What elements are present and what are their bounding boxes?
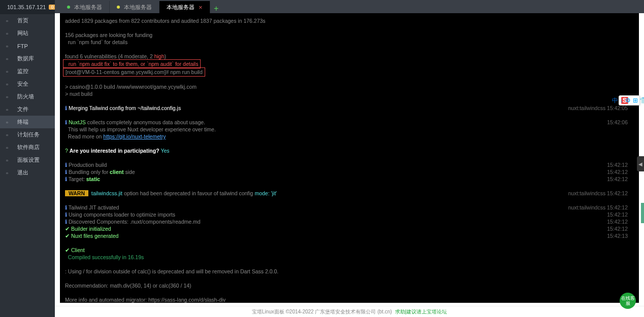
terminal-line: ? Are you interested in participating? Y… <box>65 147 634 154</box>
terminal-line: : Using / for division outside of calc()… <box>65 268 634 275</box>
terminal-line: ℹ Merging Tailwind config from ~/tailwin… <box>65 104 634 112</box>
timestamp: 15:42:12 <box>607 218 628 225</box>
terminal-line <box>65 76 634 83</box>
terminal-line: run `npm fund` for details <box>65 39 634 46</box>
sidebar-item-label: 计划任务 <box>17 131 40 138</box>
monitor-icon: ▫ <box>6 68 12 75</box>
timestamp: nuxt:tailwindcss 15:42:12 <box>568 204 628 211</box>
sidebar-item-shield[interactable]: ▫安全 <box>0 78 55 90</box>
timestamp: 15:42:12 <box>607 161 628 168</box>
sidebar-item-label: 文件 <box>17 105 28 113</box>
sidebar-item-label: 监控 <box>17 67 28 75</box>
globe-icon: ▫ <box>6 30 12 37</box>
terminal-line <box>65 112 634 119</box>
terminal-line: Read more on https://git.io/nuxt-telemet… <box>65 133 634 140</box>
scroll-indicator <box>641 203 644 223</box>
main: 本地服务器本地服务器本地服务器× + ⤢ added 1829 packages… <box>55 0 644 317</box>
ftp-icon: ▫ <box>6 43 12 49</box>
terminal-line: WARN tailwindcss.jit option had been dep… <box>65 190 634 197</box>
timestamp: 15:42:12 <box>607 175 628 183</box>
sidebar-item-terminal[interactable]: ▫终端 <box>0 116 55 128</box>
timestamp: 15:42:12 <box>607 168 628 175</box>
store-icon: ▫ <box>6 145 12 151</box>
terminal-line: found 6 vulnerabilities (4 moderate, 2 h… <box>65 53 634 60</box>
terminal-line <box>65 275 634 282</box>
side-collapse-icon[interactable]: ◀ <box>637 156 644 171</box>
terminal-line <box>65 140 634 147</box>
sidebar-item-label: 面板设置 <box>17 156 40 164</box>
sidebar-item-label: 安全 <box>17 80 28 88</box>
terminal-line: ℹ Using components loader to optimize im… <box>65 211 634 218</box>
terminal-line: Compiled successfully in 16.19s <box>65 254 634 261</box>
sidebar-item-label: 退出 <box>17 169 28 177</box>
sidebar-item-settings[interactable]: ▫面板设置 <box>0 154 55 166</box>
logout-icon: ▫ <box>6 170 12 176</box>
terminal-output[interactable]: added 1829 packages from 822 contributor… <box>60 13 639 303</box>
timestamp: 15:42:12 <box>607 225 628 232</box>
terminal-line <box>65 46 634 53</box>
terminal-line <box>65 261 634 268</box>
tab[interactable]: 本地服务器× <box>159 1 210 13</box>
ime-item-icon[interactable]: 👕 <box>640 97 645 104</box>
database-icon: ▫ <box>6 56 12 62</box>
terminal-line: More info and automated migrator: https:… <box>65 296 634 303</box>
terminal-line <box>65 239 634 246</box>
sidebar-item-label: 网站 <box>17 29 28 37</box>
file-icon: ▫ <box>6 107 12 113</box>
sidebar-item-label: 防火墙 <box>17 93 34 100</box>
terminal-line: 156 packages are looking for funding <box>65 31 634 39</box>
terminal-line: ✔ Client <box>65 246 634 254</box>
close-icon[interactable]: × <box>199 4 203 11</box>
server-header[interactable]: 101.35.167.121 0 <box>0 0 55 14</box>
tab-add-button[interactable]: + <box>210 4 222 13</box>
ime-item-icon[interactable]: ⊞ <box>633 97 638 104</box>
terminal-line: ✔ Nuxt files generated15:42:13 <box>65 232 634 239</box>
firewall-icon: ▫ <box>6 94 12 100</box>
terminal-line: run `npm audit fix` to fix them, or `npm… <box>65 60 634 68</box>
sidebar-item-database[interactable]: ▫数据库 <box>0 52 55 65</box>
timestamp: nuxt:tailwindcss 15:42:05 <box>568 104 628 112</box>
sidebar-item-monitor[interactable]: ▫监控 <box>0 65 55 78</box>
cron-icon: ▫ <box>6 132 12 138</box>
terminal-line <box>65 183 634 190</box>
sidebar-item-ftp[interactable]: ▫FTP <box>0 40 55 52</box>
sidebar: 101.35.167.121 0 ▫首页▫网站▫FTP▫数据库▫监控▫安全▫防火… <box>0 0 55 317</box>
ime-item-icon[interactable]: 中 <box>612 97 618 104</box>
timestamp: 15:42:13 <box>607 232 628 239</box>
terminal-line <box>65 289 634 296</box>
tab-bar: 本地服务器本地服务器本地服务器× + <box>55 0 644 13</box>
tab-status-dot <box>117 6 120 9</box>
terminal-line: ✔ Builder initialized15:42:12 <box>65 225 634 232</box>
sidebar-item-firewall[interactable]: ▫防火墙 <box>0 90 55 103</box>
tab[interactable]: 本地服务器 <box>110 1 159 13</box>
sidebar-item-label: FTP <box>17 43 28 49</box>
terminal-line: ℹ Production build15:42:12 <box>65 161 634 168</box>
sidebar-item-label: 终端 <box>17 118 28 126</box>
terminal-line <box>65 24 634 31</box>
footer-link[interactable]: 求助|建议请上宝塔论坛 <box>395 308 447 315</box>
tab-label: 本地服务器 <box>74 4 102 11</box>
sidebar-item-label: 软件商店 <box>17 144 40 151</box>
sidebar-item-home[interactable]: ▫首页 <box>0 14 55 27</box>
terminal-line <box>65 97 634 104</box>
sidebar-item-cron[interactable]: ▫计划任务 <box>0 128 55 141</box>
timestamp: 15:42:12 <box>607 211 628 218</box>
terminal-line: [root@VM-0-11-centos game.ycywlkj.com]# … <box>65 68 634 76</box>
sidebar-item-globe[interactable]: ▫网站 <box>0 27 55 40</box>
terminal-line: ℹ Discovered Components: .nuxt/component… <box>65 218 634 225</box>
ime-toolbar[interactable]: S 中↓⚙⊞👕🔲 <box>619 95 640 105</box>
tab-status-dot <box>67 6 70 9</box>
terminal-line: This will help us improve Nuxt developer… <box>65 126 634 133</box>
ime-item-icon[interactable]: ↓ <box>620 97 623 104</box>
terminal-line: ℹ Bundling only for client side15:42:12 <box>65 168 634 175</box>
support-fab[interactable]: 在线客服 <box>620 293 636 309</box>
copyright: 宝塔Linux面板 ©2014-2022 广东堡塔安全技术有限公司 (bt.cn… <box>252 308 392 315</box>
tab[interactable]: 本地服务器 <box>60 1 110 13</box>
sidebar-item-store[interactable]: ▫软件商店 <box>0 141 55 154</box>
terminal-line: added 1829 packages from 822 contributor… <box>65 17 634 24</box>
ime-item-icon[interactable]: ⚙ <box>625 97 631 104</box>
sidebar-item-file[interactable]: ▫文件 <box>0 103 55 116</box>
sidebar-item-label: 数据库 <box>17 55 34 62</box>
terminal-line: ℹ NuxtJS collects completely anonymous d… <box>65 119 634 126</box>
sidebar-item-logout[interactable]: ▫退出 <box>0 166 55 179</box>
